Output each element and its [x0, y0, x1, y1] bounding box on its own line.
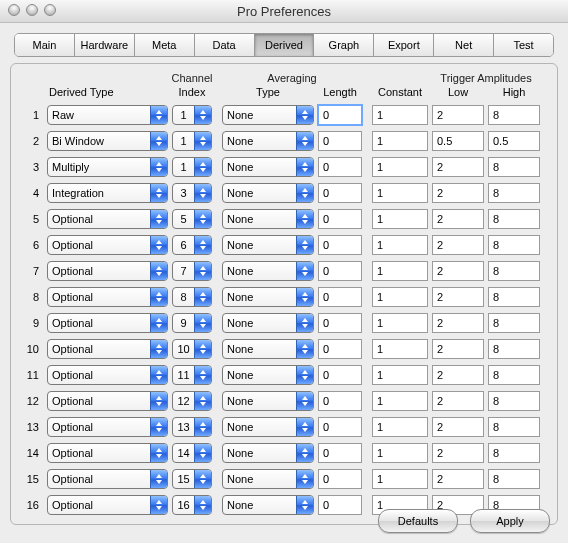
trigger-low-field[interactable]: 2 — [432, 391, 484, 411]
avg-length-field[interactable]: 0 — [318, 287, 362, 307]
tab-data[interactable]: Data — [195, 34, 255, 56]
trigger-low-field[interactable]: 2 — [432, 105, 484, 125]
avg-length-field[interactable]: 0 — [318, 131, 362, 151]
channel-index-select[interactable]: 7 — [172, 261, 212, 281]
constant-field[interactable]: 1 — [372, 157, 428, 177]
derived-type-select[interactable]: Optional — [47, 235, 168, 255]
channel-index-select[interactable]: 16 — [172, 495, 212, 515]
derived-type-select[interactable]: Raw — [47, 105, 168, 125]
channel-index-select[interactable]: 1 — [172, 157, 212, 177]
trigger-high-field[interactable]: 8 — [488, 287, 540, 307]
channel-index-select[interactable]: 3 — [172, 183, 212, 203]
derived-type-select[interactable]: Bi Window — [47, 131, 168, 151]
trigger-low-field[interactable]: 2 — [432, 469, 484, 489]
defaults-button[interactable]: Defaults — [378, 509, 458, 533]
derived-type-select[interactable]: Optional — [47, 365, 168, 385]
avg-length-field[interactable]: 0 — [318, 495, 362, 515]
tab-export[interactable]: Export — [374, 34, 434, 56]
constant-field[interactable]: 1 — [372, 183, 428, 203]
trigger-low-field[interactable]: 2 — [432, 443, 484, 463]
avg-length-field[interactable]: 0 — [318, 261, 362, 281]
trigger-high-field[interactable]: 8 — [488, 209, 540, 229]
avg-type-select[interactable]: None — [222, 339, 314, 359]
minimize-icon[interactable] — [26, 4, 38, 16]
channel-index-select[interactable]: 9 — [172, 313, 212, 333]
avg-type-select[interactable]: None — [222, 287, 314, 307]
channel-index-select[interactable]: 8 — [172, 287, 212, 307]
avg-length-field[interactable]: 0 — [318, 391, 362, 411]
channel-index-select[interactable]: 1 — [172, 105, 212, 125]
channel-index-select[interactable]: 6 — [172, 235, 212, 255]
channel-index-select[interactable]: 12 — [172, 391, 212, 411]
constant-field[interactable]: 1 — [372, 235, 428, 255]
channel-index-select[interactable]: 10 — [172, 339, 212, 359]
derived-type-select[interactable]: Optional — [47, 313, 168, 333]
trigger-high-field[interactable]: 8 — [488, 339, 540, 359]
trigger-high-field[interactable]: 8 — [488, 469, 540, 489]
constant-field[interactable]: 1 — [372, 313, 428, 333]
derived-type-select[interactable]: Multiply — [47, 157, 168, 177]
trigger-low-field[interactable]: 2 — [432, 157, 484, 177]
trigger-high-field[interactable]: 8 — [488, 391, 540, 411]
constant-field[interactable]: 1 — [372, 287, 428, 307]
tab-hardware[interactable]: Hardware — [75, 34, 135, 56]
avg-length-field[interactable]: 0 — [318, 235, 362, 255]
avg-type-select[interactable]: None — [222, 417, 314, 437]
tab-test[interactable]: Test — [494, 34, 553, 56]
avg-type-select[interactable]: None — [222, 443, 314, 463]
tab-derived[interactable]: Derived — [255, 34, 315, 56]
derived-type-select[interactable]: Optional — [47, 209, 168, 229]
avg-length-field[interactable]: 0 — [318, 105, 362, 125]
channel-index-select[interactable]: 15 — [172, 469, 212, 489]
trigger-high-field[interactable]: 8 — [488, 417, 540, 437]
constant-field[interactable]: 1 — [372, 105, 428, 125]
channel-index-select[interactable]: 13 — [172, 417, 212, 437]
constant-field[interactable]: 1 — [372, 469, 428, 489]
avg-length-field[interactable]: 0 — [318, 157, 362, 177]
trigger-low-field[interactable]: 0.5 — [432, 131, 484, 151]
constant-field[interactable]: 1 — [372, 261, 428, 281]
trigger-high-field[interactable]: 8 — [488, 443, 540, 463]
avg-length-field[interactable]: 0 — [318, 339, 362, 359]
avg-length-field[interactable]: 0 — [318, 313, 362, 333]
avg-type-select[interactable]: None — [222, 157, 314, 177]
constant-field[interactable]: 1 — [372, 131, 428, 151]
tab-graph[interactable]: Graph — [314, 34, 374, 56]
derived-type-select[interactable]: Optional — [47, 261, 168, 281]
trigger-low-field[interactable]: 2 — [432, 365, 484, 385]
derived-type-select[interactable]: Integration — [47, 183, 168, 203]
trigger-low-field[interactable]: 2 — [432, 209, 484, 229]
trigger-low-field[interactable]: 2 — [432, 235, 484, 255]
trigger-high-field[interactable]: 8 — [488, 365, 540, 385]
trigger-low-field[interactable]: 2 — [432, 417, 484, 437]
constant-field[interactable]: 1 — [372, 365, 428, 385]
avg-type-select[interactable]: None — [222, 365, 314, 385]
trigger-high-field[interactable]: 8 — [488, 157, 540, 177]
channel-index-select[interactable]: 14 — [172, 443, 212, 463]
constant-field[interactable]: 1 — [372, 209, 428, 229]
avg-type-select[interactable]: None — [222, 235, 314, 255]
channel-index-select[interactable]: 1 — [172, 131, 212, 151]
zoom-icon[interactable] — [44, 4, 56, 16]
trigger-high-field[interactable]: 8 — [488, 235, 540, 255]
trigger-high-field[interactable]: 8 — [488, 183, 540, 203]
constant-field[interactable]: 1 — [372, 443, 428, 463]
trigger-low-field[interactable]: 2 — [432, 287, 484, 307]
avg-type-select[interactable]: None — [222, 469, 314, 489]
avg-type-select[interactable]: None — [222, 105, 314, 125]
avg-type-select[interactable]: None — [222, 131, 314, 151]
trigger-high-field[interactable]: 0.5 — [488, 131, 540, 151]
trigger-low-field[interactable]: 2 — [432, 261, 484, 281]
derived-type-select[interactable]: Optional — [47, 417, 168, 437]
trigger-high-field[interactable]: 8 — [488, 313, 540, 333]
avg-length-field[interactable]: 0 — [318, 469, 362, 489]
trigger-high-field[interactable]: 8 — [488, 261, 540, 281]
apply-button[interactable]: Apply — [470, 509, 550, 533]
avg-length-field[interactable]: 0 — [318, 443, 362, 463]
derived-type-select[interactable]: Optional — [47, 469, 168, 489]
channel-index-select[interactable]: 5 — [172, 209, 212, 229]
trigger-low-field[interactable]: 2 — [432, 313, 484, 333]
channel-index-select[interactable]: 11 — [172, 365, 212, 385]
avg-type-select[interactable]: None — [222, 313, 314, 333]
tab-meta[interactable]: Meta — [135, 34, 195, 56]
